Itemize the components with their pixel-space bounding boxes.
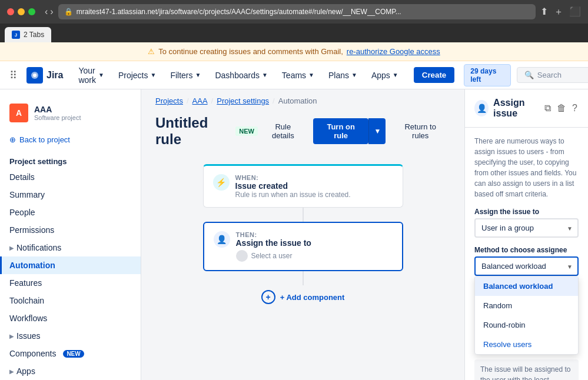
close-btn[interactable]	[7, 8, 14, 15]
new-tab-icon[interactable]: ＋	[554, 6, 563, 18]
step-connector-2	[303, 271, 304, 285]
grid-icon[interactable]: ⠿	[9, 69, 17, 82]
sidebar-item-people[interactable]: People	[0, 204, 141, 221]
breadcrumb-project-settings[interactable]: Project settings	[217, 96, 269, 105]
trigger-card[interactable]: ⚡ When: Issue created Rule is run when a…	[203, 164, 403, 208]
days-left-badge[interactable]: 29 days left	[464, 64, 511, 86]
nav-right: 29 days left 🔍 Search 🔔 ? ⚙	[464, 64, 588, 86]
return-to-rules-button[interactable]: Return to rules	[390, 119, 450, 144]
sidebar-item-issues[interactable]: ▶ Issues	[0, 327, 141, 345]
sidebar-item-workflows[interactable]: Workflows	[0, 309, 141, 327]
sidebar-item-automation[interactable]: Automation	[0, 256, 141, 274]
dropdown-item-random[interactable]: Random	[475, 296, 578, 315]
breadcrumb-sep: /	[211, 96, 214, 105]
address-bar[interactable]: 🔒 mraitest47-1.atlassian.net/jira/softwa…	[58, 4, 536, 19]
action-card[interactable]: 👤 Then: Assign the issue to Select a use…	[203, 222, 403, 271]
sidebar-project: A AAA Software project	[0, 99, 141, 132]
sidebar-item-apps[interactable]: ▶ Apps	[0, 362, 141, 380]
turn-on-rule-button[interactable]: Turn on rule	[313, 118, 369, 144]
page-wrapper: ‹ › 🔒 mraitest47-1.atlassian.net/jira/so…	[0, 0, 588, 380]
panel-avatar-icon: 👤	[474, 100, 489, 116]
dropdown-item-round-robin[interactable]: Round-robin	[475, 315, 578, 335]
action-label: Then:	[236, 231, 311, 238]
warning-banner: ⚠ To continue creating issues and commen…	[0, 42, 588, 61]
action-user-row: Select a user	[236, 250, 311, 262]
sidebar-item-label: Notifications	[16, 243, 61, 252]
action-title: Assign the issue to	[236, 238, 311, 248]
share-icon[interactable]: ⬆	[540, 6, 548, 18]
method-label: Method to choose assignee	[474, 246, 579, 254]
sidebar-item-label: Features	[9, 278, 42, 288]
browser-actions: ⬆ ＋ ⬛	[540, 6, 581, 18]
browser-tab[interactable]: J 2 Tabs	[5, 27, 51, 42]
action-icon: 👤	[214, 231, 230, 248]
search-bar[interactable]: 🔍 Search	[517, 67, 588, 83]
page-title-row: Untitled rule NEW	[155, 115, 258, 148]
sidebar-item-label: Toolchain	[9, 296, 44, 305]
center-canvas-area: Projects / AAA / Project settings / Auto…	[141, 89, 464, 380]
panel-title: 👤 Assign issue	[474, 98, 543, 119]
new-badge: NEW	[63, 350, 84, 358]
canvas-body: ⚡ When: Issue created Rule is run when a…	[141, 152, 464, 380]
minimize-btn[interactable]	[18, 8, 25, 15]
project-type: Software project	[34, 114, 81, 121]
extensions-icon[interactable]: ⬛	[569, 6, 581, 18]
breadcrumb: Projects / AAA / Project settings / Auto…	[141, 89, 464, 105]
method-select[interactable]: Balanced workload Random Round-robin Res…	[474, 256, 579, 276]
back-to-project[interactable]: ⊕ Back to project	[0, 132, 141, 148]
sidebar-item-features[interactable]: Features	[0, 274, 141, 292]
sidebar-item-label: Components	[9, 349, 56, 358]
nav-plans[interactable]: Plans ▼	[323, 67, 363, 84]
panel-help-button[interactable]: ?	[571, 102, 579, 115]
search-icon: 🔍	[524, 71, 534, 79]
sidebar-item-summary[interactable]: Summary	[0, 186, 141, 204]
forward-arrow[interactable]: ›	[50, 6, 53, 17]
method-select-wrapper: Balanced workload Random Round-robin Res…	[474, 256, 579, 276]
nav-dashboards[interactable]: Dashboards ▼	[209, 67, 273, 84]
plus-circle-icon: ⊕	[9, 135, 16, 144]
sidebar: A AAA Software project ⊕ Back to project…	[0, 89, 141, 380]
rule-details-button[interactable]: Rule details	[258, 119, 308, 144]
sidebar-item-label: Workflows	[9, 314, 47, 323]
sidebar-section-title: Project settings	[0, 152, 141, 168]
back-arrow[interactable]: ‹	[45, 6, 48, 17]
nav-projects[interactable]: Projects ▼	[112, 67, 162, 84]
sidebar-item-toolchain[interactable]: Toolchain	[0, 292, 141, 309]
sidebar-item-notifications[interactable]: ▶ Notifications	[0, 239, 141, 256]
sidebar-item-label: Summary	[9, 190, 45, 199]
sidebar-item-label: Issues	[16, 331, 40, 341]
sidebar-item-label: Apps	[16, 366, 35, 376]
panel-delete-button[interactable]: 🗑	[556, 102, 567, 115]
page-title[interactable]: Untitled rule	[155, 115, 230, 148]
create-button[interactable]: Create	[414, 67, 455, 83]
sidebar-item-details[interactable]: Details	[0, 168, 141, 186]
add-component-button[interactable]: + + Add component	[261, 290, 345, 304]
add-component-icon: +	[261, 290, 275, 304]
trigger-subtitle: Rule is run when an issue is created.	[235, 191, 351, 199]
panel-copy-button[interactable]: ⧉	[543, 102, 552, 115]
warning-text: To continue creating issues and comments…	[158, 47, 343, 56]
lock-icon: 🔒	[64, 8, 73, 16]
info-text: The issue will be assigned to the user w…	[474, 359, 579, 380]
turn-on-dropdown-button[interactable]: ▼	[368, 118, 386, 144]
assign-select-wrapper: User in a group Specific user From field…	[474, 218, 579, 238]
nav-filters[interactable]: Filters ▼	[164, 67, 207, 84]
breadcrumb-sep: /	[273, 96, 275, 105]
expand-arrow-icon: ▶	[9, 245, 14, 251]
breadcrumb-aaa[interactable]: AAA	[192, 96, 208, 105]
dropdown-item-balanced[interactable]: Balanced workload	[475, 276, 578, 296]
reauthorize-link[interactable]: re-authorize Google access	[347, 47, 440, 56]
sidebar-item-components[interactable]: Components NEW	[0, 345, 141, 362]
nav-teams[interactable]: Teams ▼	[276, 67, 320, 84]
assign-select[interactable]: User in a group Specific user From field…	[474, 218, 579, 238]
sidebar-item-permissions[interactable]: Permissions	[0, 221, 141, 239]
nav-your-work[interactable]: Your work ▼	[72, 62, 109, 88]
trigger-card-header: ⚡ When: Issue created Rule is run when a…	[213, 174, 393, 199]
nav-apps[interactable]: Apps ▼	[366, 67, 404, 84]
url-text: mraitest47-1.atlassian.net/jira/software…	[77, 8, 401, 16]
dropdown-item-resolve[interactable]: Resolve users	[475, 335, 578, 354]
browser-controls	[7, 8, 35, 15]
maximize-btn[interactable]	[28, 8, 35, 15]
svg-point-1	[33, 74, 36, 77]
breadcrumb-projects[interactable]: Projects	[155, 96, 183, 105]
